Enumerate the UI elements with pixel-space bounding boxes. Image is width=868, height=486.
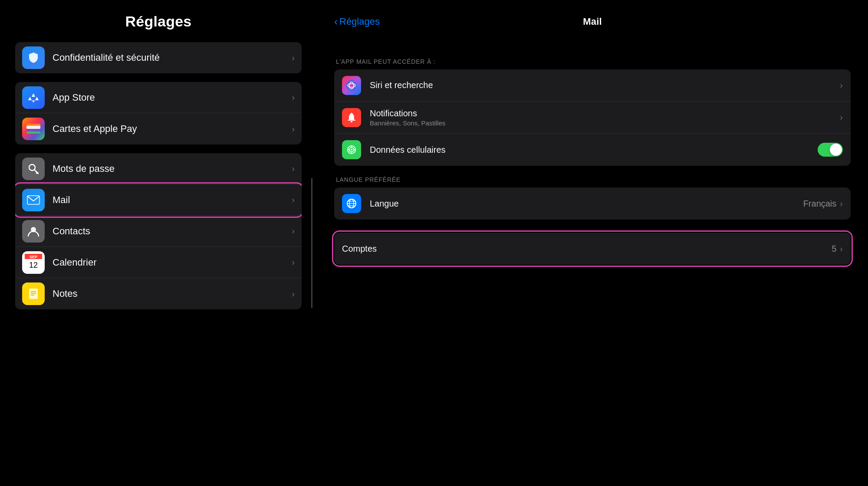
right-row-cellular[interactable]: Données cellulaires: [334, 134, 851, 166]
settings-row-appstore[interactable]: App Store ›: [15, 82, 302, 113]
notif-content: Notifications Bannières, Sons, Pastilles: [370, 108, 840, 127]
siri-content: Siri et recherche: [370, 80, 840, 90]
wallet-icon: [22, 118, 45, 140]
langue-value: Français: [803, 199, 837, 209]
section-access-label: L'APP MAIL PEUT ACCÉDER À :: [334, 58, 851, 65]
confidentialite-label: Confidentialité et sécurité: [53, 52, 292, 63]
mail-label: Mail: [53, 194, 292, 206]
appstore-label: App Store: [53, 92, 292, 103]
settings-row-calendrier[interactable]: SEP 12 Calendrier ›: [15, 247, 302, 278]
chevron-icon: ›: [292, 53, 295, 63]
settings-row-wallet[interactable]: Cartes et Apple Pay ›: [15, 113, 302, 144]
section-langue-label: LANGUE PRÉFÉRÉE: [334, 176, 851, 183]
cellular-toggle[interactable]: [818, 143, 843, 157]
svg-text:SEP: SEP: [30, 255, 37, 259]
settings-row-passwords[interactable]: Mots de passe ›: [15, 153, 302, 184]
settings-row-notes[interactable]: Notes ›: [15, 278, 302, 309]
svg-point-21: [351, 120, 353, 122]
bell-icon: [342, 108, 361, 127]
chevron-icon: ›: [840, 112, 843, 122]
chevron-icon: ›: [840, 244, 843, 254]
contacts-label: Contacts: [53, 226, 292, 237]
right-row-notifications[interactable]: Notifications Bannières, Sons, Pastilles…: [334, 102, 851, 134]
group-langue: Langue Français ›: [334, 187, 851, 220]
svg-rect-2: [26, 129, 40, 131]
calendrier-label: Calendrier: [53, 257, 292, 268]
notes-label: Notes: [53, 288, 292, 299]
notif-label: Notifications: [370, 108, 840, 118]
back-chevron-icon: ‹: [334, 16, 338, 28]
comptes-count: 5: [832, 244, 836, 254]
cellular-content: Données cellulaires: [370, 145, 818, 155]
settings-row-contacts[interactable]: Contacts ›: [15, 216, 302, 247]
cellular-label: Données cellulaires: [370, 145, 818, 155]
appstore-icon: [22, 86, 45, 109]
right-title: Mail: [583, 16, 602, 27]
right-row-siri[interactable]: Siri et recherche ›: [334, 69, 851, 102]
wallet-label: Cartes et Apple Pay: [53, 123, 292, 135]
siri-icon: [342, 76, 361, 95]
svg-rect-3: [26, 131, 40, 134]
svg-rect-1: [26, 124, 40, 126]
group-store: App Store › Cartes et Apple Pay ›: [15, 82, 302, 144]
chevron-icon: ›: [292, 195, 295, 205]
scrollbar[interactable]: [311, 178, 312, 308]
contacts-icon: [22, 220, 45, 243]
passwords-label: Mots de passe: [53, 163, 292, 174]
chevron-icon: ›: [292, 164, 295, 174]
svg-rect-14: [29, 289, 38, 299]
right-row-langue[interactable]: Langue Français ›: [334, 187, 851, 220]
shield-icon: [22, 46, 45, 69]
comptes-label: Comptes: [342, 244, 832, 254]
svg-rect-0: [26, 125, 40, 129]
chevron-icon: ›: [292, 226, 295, 236]
group-apps: Mots de passe › Mail › Contacts ›: [15, 153, 302, 309]
settings-row-confidentialite[interactable]: Confidentialité et sécurité ›: [15, 42, 302, 73]
settings-row-mail[interactable]: Mail ›: [15, 184, 302, 216]
mail-icon: [22, 189, 45, 211]
chevron-icon: ›: [840, 199, 843, 209]
globe-icon: [342, 194, 361, 213]
calendar-icon: SEP 12: [22, 251, 45, 274]
left-panel: Réglages Confidentialité et sécurité ›: [0, 0, 317, 486]
langue-content: Langue: [370, 199, 803, 209]
chevron-icon: ›: [292, 92, 295, 102]
back-label: Réglages: [339, 16, 380, 27]
group-access: Siri et recherche › Notifications Banniè…: [334, 69, 851, 166]
comptes-row[interactable]: Comptes 5 ›: [334, 233, 851, 265]
chevron-icon: ›: [292, 124, 295, 134]
langue-label: Langue: [370, 199, 803, 209]
svg-rect-8: [27, 196, 39, 204]
svg-text:12: 12: [29, 261, 38, 269]
cellular-icon: [342, 140, 361, 159]
toggle-knob: [830, 144, 842, 156]
right-panel: ‹ Réglages Mail L'APP MAIL PEUT ACCÉDER …: [317, 0, 868, 486]
right-header: ‹ Réglages Mail: [334, 9, 851, 35]
left-title: Réglages: [125, 13, 192, 30]
key-icon: [22, 158, 45, 180]
notif-sublabel: Bannières, Sons, Pastilles: [370, 119, 840, 127]
chevron-icon: ›: [840, 80, 843, 90]
notes-icon: [22, 282, 45, 305]
back-button[interactable]: ‹ Réglages: [334, 16, 380, 28]
group-confidentialite: Confidentialité et sécurité ›: [15, 42, 302, 73]
chevron-icon: ›: [292, 257, 295, 267]
siri-label: Siri et recherche: [370, 80, 840, 90]
chevron-icon: ›: [292, 289, 295, 299]
svg-point-24: [351, 149, 352, 151]
